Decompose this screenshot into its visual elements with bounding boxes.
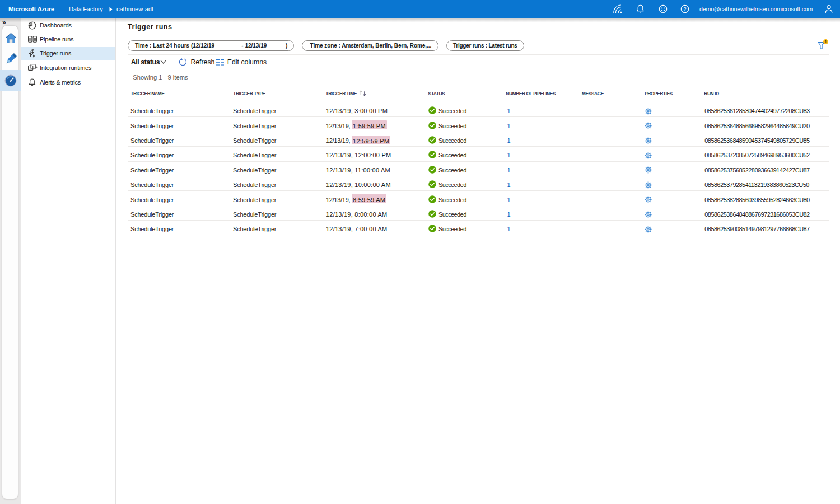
- svg-text:?: ?: [683, 6, 686, 12]
